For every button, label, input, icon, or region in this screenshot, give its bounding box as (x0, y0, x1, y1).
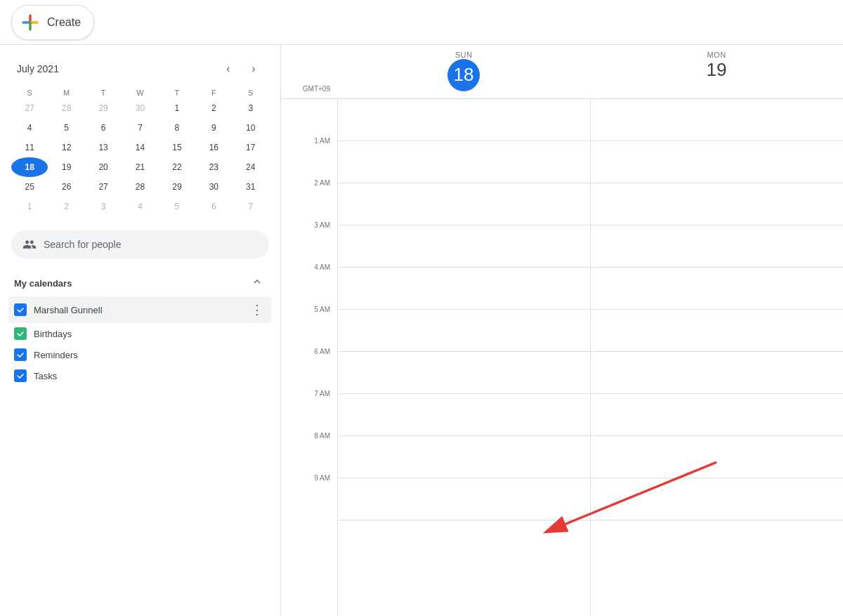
grid-columns (337, 99, 843, 616)
calendar-item-reminders[interactable]: Reminders (8, 344, 272, 365)
hour-line (338, 310, 590, 352)
hour-line (338, 478, 590, 520)
hour-line (591, 394, 843, 436)
cal-day-cell[interactable]: 26 (48, 177, 84, 197)
mini-calendar-title: July 2021 (17, 63, 59, 74)
cal-day-cell[interactable]: 20 (85, 157, 122, 177)
cal-day-cell[interactable]: 6 (85, 118, 122, 138)
cal-day-cell[interactable]: 10 (233, 118, 269, 138)
header: Create (0, 0, 843, 45)
cal-day-cell[interactable]: 7 (233, 197, 269, 216)
cal-day-cell[interactable]: 22 (159, 157, 195, 177)
mini-calendar-nav: ‹ › (218, 59, 263, 79)
cal-day-cell[interactable]: 2 (48, 197, 84, 216)
cal-day-cell[interactable]: 4 (11, 118, 48, 138)
cal-day-cell[interactable]: 21 (122, 157, 158, 177)
weekday-sat: S (233, 87, 269, 98)
time-slot-1am: 1 AM (281, 141, 337, 183)
cal-day-cell[interactable]: 17 (233, 138, 269, 157)
check-icon-tasks (16, 372, 25, 380)
calendar-checkbox-reminders[interactable] (14, 348, 27, 361)
cal-day-cell[interactable]: 3 (85, 197, 122, 216)
grid-column-mon (590, 99, 843, 616)
hour-line (591, 436, 843, 478)
cal-day-cell[interactable]: 30 (122, 98, 158, 118)
cal-day-cell[interactable]: 6 (195, 197, 232, 216)
cal-day-cell[interactable]: 13 (85, 138, 122, 157)
cal-day-cell[interactable]: 27 (11, 98, 48, 118)
cal-day-cell[interactable]: 30 (195, 177, 232, 197)
time-labels: 1 AM 2 AM 3 AM 4 AM 5 AM 6 AM 7 AM 8 AM … (281, 99, 337, 616)
cal-day-cell[interactable]: 25 (11, 177, 48, 197)
cal-day-cell[interactable]: 29 (85, 98, 122, 118)
weekday-tue: T (85, 87, 122, 98)
hour-line (591, 310, 843, 352)
timezone-label: GMT+09 (281, 45, 337, 98)
calendar-name-reminders: Reminders (34, 350, 266, 360)
cal-day-cell[interactable]: 11 (11, 138, 48, 157)
calendar-item-marshall[interactable]: Marshall Gunnell ⋮ (8, 296, 272, 323)
check-icon-birthdays (16, 329, 25, 338)
main-layout: July 2021 ‹ › S M T W T F (0, 45, 843, 616)
cal-day-cell[interactable]: 8 (159, 118, 195, 138)
cal-day-cell[interactable]: 24 (233, 157, 269, 177)
day-num-mon: 19 (590, 59, 843, 81)
time-slot-8am: 8 AM (281, 436, 337, 478)
calendar-name-birthdays: Birthdays (34, 329, 266, 339)
calendar-name-tasks: Tasks (34, 371, 266, 381)
my-calendars-header: My calendars (8, 267, 272, 296)
calendar-item-birthdays[interactable]: Birthdays (8, 323, 272, 344)
cal-day-cell[interactable]: 19 (48, 157, 84, 177)
cal-day-cell[interactable]: 29 (159, 177, 195, 197)
my-calendars-title: My calendars (14, 278, 72, 289)
time-slot-5am: 5 AM (281, 310, 337, 352)
search-people-input[interactable]: Search for people (11, 230, 269, 258)
calendar-checkbox-marshall[interactable] (14, 303, 27, 316)
time-slot-6am: 6 AM (281, 352, 337, 394)
calendar-checkbox-birthdays[interactable] (14, 327, 27, 340)
time-slot-12am (281, 99, 337, 141)
weekday-fri: F (195, 87, 232, 98)
time-slot-7am: 7 AM (281, 394, 337, 436)
time-slot-9am: 9 AM (281, 478, 337, 520)
calendar-more-marshall[interactable]: ⋮ (248, 301, 266, 319)
cal-day-cell[interactable]: 2 (195, 98, 232, 118)
hour-line (591, 268, 843, 310)
cal-day-cell[interactable]: 16 (195, 138, 232, 157)
hour-line (591, 225, 843, 268)
check-icon-marshall (16, 306, 25, 314)
calendar-item-tasks[interactable]: Tasks (8, 365, 272, 386)
cal-day-cell[interactable]: 5 (159, 197, 195, 216)
cal-day-cell[interactable]: 14 (122, 138, 158, 157)
cal-day-cell[interactable]: 1 (159, 98, 195, 118)
cal-day-cell[interactable]: 3 (233, 98, 269, 118)
prev-month-button[interactable]: ‹ (218, 59, 238, 79)
hour-line (591, 352, 843, 394)
cal-day-cell[interactable]: 28 (48, 98, 84, 118)
hour-line (338, 436, 590, 478)
cal-day-cell[interactable]: 9 (195, 118, 232, 138)
time-grid: 1 AM 2 AM 3 AM 4 AM 5 AM 6 AM 7 AM 8 AM … (281, 99, 843, 616)
cal-day-cell[interactable]: 28 (122, 177, 158, 197)
weekday-sun: S (11, 87, 48, 98)
time-slot-3am: 3 AM (281, 225, 337, 268)
next-month-button[interactable]: › (244, 59, 263, 79)
create-button[interactable]: Create (11, 5, 94, 40)
google-plus-icon (20, 13, 40, 32)
day-name-sun: SUN (337, 51, 590, 59)
cal-day-cell[interactable]: 12 (48, 138, 84, 157)
collapse-calendars-button[interactable] (248, 273, 266, 294)
cal-day-cell[interactable]: 4 (122, 197, 158, 216)
cal-day-cell[interactable]: 27 (85, 177, 122, 197)
cal-day-cell[interactable]: 1 (11, 197, 48, 216)
cal-week-row: 45678910 (11, 118, 269, 138)
cal-day-cell[interactable]: 18 (11, 157, 48, 177)
cal-week-row: 25262728293031 (11, 177, 269, 197)
my-calendars-section: My calendars Marshall Gunnell (8, 267, 272, 386)
cal-day-cell[interactable]: 15 (159, 138, 195, 157)
cal-day-cell[interactable]: 7 (122, 118, 158, 138)
cal-day-cell[interactable]: 31 (233, 177, 269, 197)
cal-day-cell[interactable]: 23 (195, 157, 232, 177)
cal-day-cell[interactable]: 5 (48, 118, 84, 138)
calendar-checkbox-tasks[interactable] (14, 369, 27, 382)
